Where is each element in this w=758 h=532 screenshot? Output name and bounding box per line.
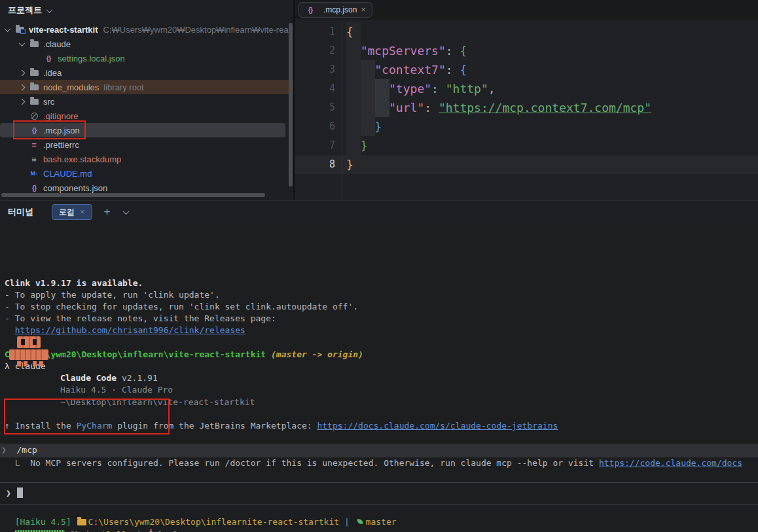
line-number: 1	[295, 22, 335, 41]
terminal-line-4: - To view the release notes, visit the R…	[5, 313, 758, 325]
tree-item-label: CLAUDE.md	[43, 169, 92, 179]
terminal-tab-local[interactable]: 로컬 ×	[52, 204, 92, 220]
code-line-1[interactable]: {	[342, 22, 758, 41]
lines-icon: ≡	[29, 154, 39, 164]
tree-item-vite-react-startkit[interactable]: vite-react-startkitC:₩Users₩ywm20₩Deskto…	[0, 22, 293, 37]
tree-item-label: .prettierrc	[43, 140, 79, 150]
json-file-icon: {}	[305, 6, 316, 14]
terminal-header: 터미널 로컬 × +	[0, 201, 758, 223]
line-number: 6	[295, 117, 335, 136]
terminal-line-10: Haiku 4.5 · Claude Pro	[5, 384, 758, 396]
new-terminal-button[interactable]: +	[101, 205, 113, 219]
terminal-panel-title: 터미널	[8, 206, 33, 218]
project-panel-title: 프로젝트	[8, 5, 42, 16]
tree-item-node_modules[interactable]: node_moduleslibrary root	[0, 80, 293, 94]
tree-item-label: settings.local.json	[58, 54, 125, 63]
folder-icon	[77, 519, 86, 525]
tree-item-.claude[interactable]: .claude	[0, 37, 293, 51]
close-icon[interactable]: ×	[361, 7, 366, 13]
tree-item-bash.exe.stackdump[interactable]: ≡bash.exe.stackdump	[0, 152, 293, 166]
project-vertical-scrollbar[interactable]	[289, 23, 293, 186]
line-number: 2	[295, 41, 335, 60]
code-line-5[interactable]: "url": "https://mcp.context7.com/mcp"	[342, 98, 758, 117]
code-editor[interactable]: 12345678 { "mcpServers": { "context7": {…	[295, 20, 758, 200]
tree-item-.prettierrc[interactable]: ≡.prettierrc	[0, 137, 293, 152]
project-icon	[14, 27, 25, 33]
code-line-8[interactable]: }	[342, 155, 758, 174]
tree-item-settings.local.json[interactable]: {}settings.local.json	[0, 51, 293, 65]
terminal-link[interactable]: https://code.claude.com/docs	[599, 458, 742, 468]
chevron-right-icon[interactable]	[19, 69, 26, 76]
editor-code-area[interactable]: { "mcpServers": { "context7": { "type": …	[342, 22, 758, 200]
chevron-spacer	[20, 186, 24, 190]
terminal-link[interactable]: https://docs.claude.com/s/claude-code-je…	[317, 421, 558, 431]
terminal-line-16: L No MCP servers configured. Please run …	[5, 457, 758, 469]
top-row: 프로젝트 vite-react-startkitC:₩Users₩ywm20₩D…	[0, 0, 758, 200]
tree-item-label: bash.exe.stackdump	[43, 154, 121, 164]
folder-icon	[29, 84, 39, 90]
close-icon[interactable]: ×	[80, 209, 85, 215]
folder-icon	[29, 41, 39, 47]
tree-item-label: components.json	[43, 183, 107, 193]
tree-item-.idea[interactable]: .idea	[0, 65, 293, 80]
prompt-char: ❯	[6, 488, 11, 498]
terminal-line-1: Clink v1.9.17 is available.	[5, 277, 758, 289]
terminal-line-20: [Haiku 4.5] C:\Users\ywm20\Desktop\infle…	[5, 516, 758, 528]
chevron-down-icon[interactable]	[46, 7, 53, 13]
terminal-line-8: λ claude	[5, 361, 758, 372]
terminal-output[interactable]: Clink v1.9.17 is available.- To apply th…	[0, 223, 758, 532]
annotation-box-mcp-json-file	[13, 120, 86, 139]
code-line-6[interactable]: }	[342, 117, 758, 136]
tree-item-path: C:₩Users₩ywm20₩Desktop₩inflearn₩vite-rea…	[103, 25, 295, 35]
json-icon: {}	[43, 54, 54, 62]
code-line-3[interactable]: "context7": {	[342, 60, 758, 79]
project-tree: vite-react-startkitC:₩Users₩ywm20₩Deskto…	[0, 22, 293, 195]
chevron-spacer	[20, 143, 24, 147]
chevron-right-icon[interactable]	[19, 98, 26, 105]
tree-item-label: node_modules	[43, 82, 99, 92]
line-number: 8	[295, 155, 335, 174]
code-line-7[interactable]: }	[342, 136, 758, 155]
project-horizontal-scrollbar[interactable]	[1, 193, 265, 197]
terminal-tab-label: 로컬	[59, 207, 75, 218]
project-panel-header[interactable]: 프로젝트	[0, 0, 293, 21]
prettier-icon: ≡	[29, 140, 39, 150]
annotation-box-mcp-output	[4, 399, 170, 434]
terminal-panel: 터미널 로컬 × +	[0, 200, 758, 532]
line-number: 5	[295, 98, 335, 117]
json-icon: {}	[29, 184, 39, 192]
tree-item-label: .claude	[43, 39, 71, 49]
tree-item-label: .idea	[43, 68, 62, 78]
chevron-down-icon[interactable]	[122, 208, 129, 215]
tree-item-CLAUDE.md[interactable]: M↓CLAUDE.md	[0, 166, 293, 181]
editor-tab-label: .mcp.json	[323, 5, 357, 14]
code-line-4[interactable]: "type": "http",	[342, 79, 758, 98]
chevron-down-icon[interactable]	[19, 40, 26, 46]
chevron-spacer	[20, 157, 24, 162]
code-line-2[interactable]: "mcpServers": {	[342, 41, 758, 60]
terminal-cursor	[17, 488, 23, 498]
terminal-line-21: 0% | $0.00 | 0m 2s	[5, 529, 758, 532]
leaf-icon	[357, 518, 364, 525]
ignore-icon	[29, 113, 39, 120]
terminal-link[interactable]: https://github.com/chrisant996/clink/rel…	[15, 325, 245, 335]
terminal-line-15: ❯ /mcp	[0, 444, 758, 457]
tree-item-label: vite-react-startkit	[29, 25, 98, 35]
chevron-spacer	[20, 114, 24, 118]
tree-item-badge: library root	[103, 82, 143, 92]
claude-input-box[interactable]: ❯	[0, 482, 758, 505]
line-number: 7	[295, 136, 335, 155]
chevron-spacer	[20, 171, 24, 176]
terminal-line-5: https://github.com/chrisant996/clink/rel…	[5, 325, 758, 336]
tree-item-src[interactable]: src	[0, 94, 293, 109]
terminal-line-3: - To stop checking for updates, run 'cli…	[5, 301, 758, 313]
terminal-line-9: Claude Code v2.1.91	[5, 372, 758, 384]
chevron-down-icon[interactable]	[5, 26, 11, 32]
folder-icon	[29, 70, 39, 76]
editor-tab-mcp-json[interactable]: {} .mcp.json ×	[298, 2, 372, 18]
terminal-line-7: C:\Users\ywm20\Desktop\inflearn\vite-rea…	[5, 349, 758, 361]
folder-icon	[29, 99, 39, 105]
chevron-right-icon[interactable]	[19, 84, 26, 90]
markdown-icon: M↓	[29, 170, 39, 177]
editor-pane: {} .mcp.json × 12345678 { "mcpServers": …	[295, 0, 758, 200]
